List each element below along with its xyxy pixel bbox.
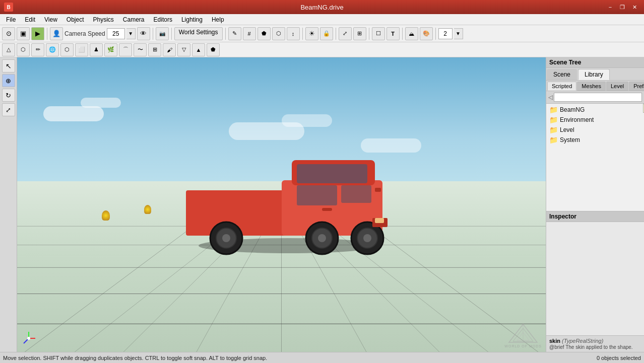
- tb-sep-2: [153, 28, 153, 40]
- tb2-btn-char[interactable]: ♟: [90, 43, 103, 56]
- tb-btn-2[interactable]: ▣: [17, 27, 30, 40]
- folder-icon-env: 📁: [549, 116, 558, 124]
- menu-camera[interactable]: Camera: [119, 15, 149, 24]
- svg-point-31: [363, 234, 371, 242]
- tb2-btn-wave[interactable]: 〜: [134, 43, 147, 56]
- lt-rotate[interactable]: ↻: [2, 89, 15, 102]
- wom-logo-svg: [507, 323, 540, 344]
- viewport[interactable]: WORLD OF MODS: [17, 57, 546, 352]
- tb-btn-play[interactable]: ▶: [31, 27, 44, 40]
- tb2-btn-globe[interactable]: 🌐: [46, 43, 59, 56]
- world-settings-button[interactable]: World Settings: [174, 27, 223, 40]
- lib-item-environment[interactable]: 📁 Environment: [547, 115, 643, 125]
- tb2-btn-box[interactable]: ⬜: [75, 43, 88, 56]
- tb2-btn-shield[interactable]: ⬡: [60, 43, 74, 56]
- minimize-button[interactable]: −: [605, 3, 616, 12]
- titlebar-controls: − ❐ ✕: [605, 3, 640, 12]
- tb-btn-paint[interactable]: 🎨: [420, 27, 433, 40]
- titlebar-left: B: [4, 3, 13, 12]
- tb-sep-7: [369, 28, 369, 40]
- folder-icon-system: 📁: [549, 136, 558, 144]
- svg-rect-33: [375, 218, 384, 223]
- tab-library[interactable]: Library: [578, 69, 610, 80]
- lib-items: 📁 BeamNG BeamNG 📁 Environment 📁 Level 📁 …: [546, 104, 644, 211]
- tb-btn-avatar[interactable]: 👤: [50, 27, 63, 40]
- inspector-skin-area: skin (TypeRealString) @brief The skin ap…: [546, 335, 644, 352]
- restore-button[interactable]: ❐: [617, 3, 628, 12]
- svg-rect-20: [297, 185, 337, 205]
- tb2-btn-1[interactable]: △: [2, 43, 15, 56]
- tb-btn-geo3[interactable]: ↕: [287, 27, 300, 40]
- tb-btn-align[interactable]: ⊞: [353, 27, 366, 40]
- tb2-btn-tri[interactable]: ▽: [177, 43, 190, 56]
- lib-item-system[interactable]: 📁 System: [547, 135, 643, 145]
- tb-btn-snap[interactable]: 📷: [156, 27, 169, 40]
- svg-rect-19: [297, 164, 367, 183]
- tb-btn-terrain[interactable]: ⛰: [405, 27, 418, 40]
- tab-scene[interactable]: Scene: [547, 69, 577, 80]
- menu-lighting[interactable]: Lighting: [177, 15, 207, 24]
- tb-sep-6: [336, 28, 336, 40]
- lib-tab-prefabs[interactable]: Prefabs: [629, 82, 644, 91]
- status-hint: Move selection. SHIFT while dragging dup…: [3, 355, 267, 361]
- svg-point-25: [222, 234, 230, 242]
- lib-tab-level[interactable]: Level: [606, 82, 628, 91]
- skin-label: skin: [549, 338, 560, 344]
- search-input[interactable]: [554, 93, 642, 102]
- bottombar: Move selection. SHIFT while dragging dup…: [0, 352, 644, 363]
- tb2-btn-up[interactable]: ▲: [192, 43, 205, 56]
- menubar: File Edit View Object Physics Camera Edi…: [0, 14, 644, 25]
- lib-item-beamng[interactable]: 📁 BeamNG BeamNG: [547, 105, 643, 115]
- tb-btn-geo2[interactable]: ⬡: [272, 27, 285, 40]
- menu-editors[interactable]: Editors: [150, 15, 176, 24]
- titlebar-title: BeamNG.drive: [0, 4, 644, 11]
- menu-physics[interactable]: Physics: [89, 15, 118, 24]
- tb-btn-grid[interactable]: #: [243, 27, 256, 40]
- tb2-btn-leaf[interactable]: 🌿: [104, 43, 117, 56]
- tb-btn-eye[interactable]: 👁: [137, 27, 150, 40]
- right-panel: Scene Tree Scene Library Scripted Meshes…: [546, 57, 644, 352]
- tb2-btn-paint2[interactable]: 🖌: [163, 43, 176, 56]
- tb-btn-edit1[interactable]: ✎: [228, 27, 241, 40]
- snap-value-input[interactable]: [438, 28, 453, 39]
- main: ↖ ⊕ ↻ ⤢: [0, 57, 644, 352]
- cloud1: [43, 106, 104, 121]
- lt-scale[interactable]: ⤢: [2, 103, 15, 116]
- svg-point-38: [27, 337, 30, 340]
- lt-move[interactable]: ⊕: [2, 74, 15, 87]
- menu-edit[interactable]: Edit: [21, 15, 39, 24]
- cloud2: [81, 98, 121, 108]
- svg-rect-22: [322, 208, 332, 211]
- tb-btn-text[interactable]: T: [387, 27, 400, 40]
- folder-icon-level: 📁: [549, 126, 558, 134]
- camera-speed-dropdown[interactable]: ▼: [126, 28, 136, 39]
- tb-btn-rect[interactable]: ☐: [372, 27, 385, 40]
- tb2-btn-arch[interactable]: ⌒: [119, 43, 132, 56]
- lt-select[interactable]: ↖: [2, 59, 15, 72]
- tb-btn-geo1[interactable]: ⬟: [257, 27, 271, 40]
- tb-btn-sun[interactable]: ☀: [305, 27, 318, 40]
- menu-view[interactable]: View: [40, 15, 61, 24]
- camera-speed-input[interactable]: [107, 28, 125, 39]
- inspector-header: Inspector: [546, 211, 644, 222]
- lib-item-label-beamng: BeamNG: [560, 106, 585, 113]
- snap-dropdown[interactable]: ▼: [454, 28, 463, 39]
- tb-btn-lock[interactable]: 🔒: [320, 27, 333, 40]
- close-button[interactable]: ✕: [629, 3, 640, 12]
- lib-item-level[interactable]: 📁 Level: [547, 125, 643, 135]
- tb2-btn-2[interactable]: ⬡: [17, 43, 30, 56]
- menu-help[interactable]: Help: [208, 15, 228, 24]
- menu-object[interactable]: Object: [62, 15, 88, 24]
- tb2-btn-sel[interactable]: ⊞: [148, 43, 161, 56]
- watermark: WORLD OF MODS: [504, 323, 542, 348]
- lib-tab-meshes[interactable]: Meshes: [577, 82, 606, 91]
- toolbar1: ⊙ ▣ ▶ 👤 Camera Speed ▼ 👁 📷 World Setting…: [0, 25, 644, 42]
- tb2-btn-hex[interactable]: ⬟: [207, 43, 220, 56]
- lib-tab-scripted[interactable]: Scripted: [547, 82, 576, 91]
- svg-point-28: [318, 234, 326, 242]
- menu-file[interactable]: File: [2, 15, 20, 24]
- tb-btn-move[interactable]: ⤢: [339, 27, 352, 40]
- tb2-btn-pencil[interactable]: ✏: [31, 43, 44, 56]
- tb-btn-1[interactable]: ⊙: [2, 27, 15, 40]
- marker2: [144, 205, 151, 214]
